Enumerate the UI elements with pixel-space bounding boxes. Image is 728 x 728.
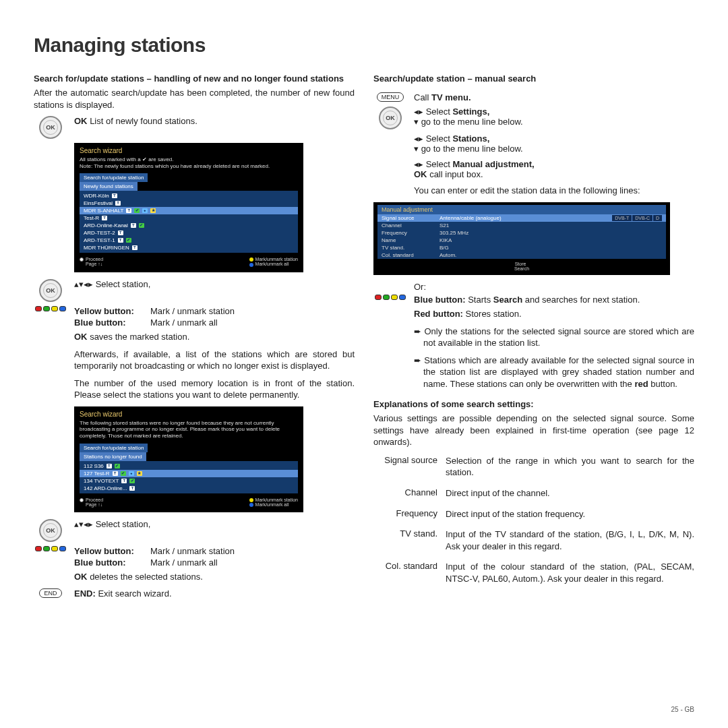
select-station-text-2: Select station, — [96, 519, 151, 529]
yellow-button-text-2: Mark / unmark station — [150, 546, 235, 556]
bullet-2b: red — [634, 379, 648, 389]
ss1-title: Search wizard — [80, 147, 298, 154]
list-item: ARD-TEST-1 — [84, 237, 115, 243]
right-heading-1: Search/update station – manual search — [373, 73, 694, 84]
ss1-tab1: Search for/update station — [80, 173, 148, 182]
left-column: Search for/update stations – handling of… — [34, 73, 355, 603]
page-title: Managing stations — [34, 34, 694, 57]
ss-key: Frequency — [382, 230, 435, 236]
yellow-button-label: Yellow button: — [74, 306, 145, 316]
yellow-button-label-2: Yellow button: — [74, 546, 145, 556]
ss2-tab1: Search for/update station — [80, 444, 148, 452]
arrow-icons: ▴▾◂▸ — [74, 279, 93, 289]
stations-bold: Stations, — [452, 133, 489, 144]
def-val: Input of the colour standard of the stat… — [446, 561, 694, 584]
ss-key: Col. standard — [382, 252, 435, 258]
def-val: Selection of the range in which you want… — [446, 455, 694, 479]
lr-arrow-icon: ◂▸ — [414, 133, 423, 144]
ss-footer-item: Proceed — [86, 257, 103, 262]
blue-text-r1: Starts — [468, 295, 493, 305]
list-item: Test-R — [84, 215, 99, 221]
lr-arrow-icon: ◂▸ — [414, 107, 423, 117]
def-val: Direct input of the channel. — [446, 487, 694, 499]
go-below-1: go to the menu line below. — [421, 117, 523, 127]
def-key: Channel — [373, 487, 437, 506]
ss-val: Antenna/cable (analogue) — [439, 215, 608, 221]
def-val: Input of the TV standard of the station,… — [446, 528, 694, 552]
ss-key: Name — [382, 237, 435, 243]
end-pill-icon: END — [39, 588, 61, 598]
ss-search: Search — [514, 266, 529, 271]
ok-del-text: deletes the selected stations. — [90, 572, 203, 582]
ss-val: S21 — [439, 222, 658, 229]
blue-text-r2: and searches for next station. — [522, 295, 640, 305]
call-text: Call — [414, 92, 431, 102]
left-heading-1: Search for/update stations – handling of… — [34, 73, 355, 84]
ok-call-label: OK — [414, 169, 427, 179]
sel-settings: Select — [426, 107, 453, 117]
end-text: Exit search wizard. — [98, 588, 171, 599]
def-key: Signal source — [373, 455, 437, 485]
sel-stations: Select — [426, 133, 453, 144]
ok-call-text: call input box. — [429, 169, 483, 179]
list-item: EinsFestival — [84, 200, 113, 206]
blue-button-label-r: Blue button: — [414, 295, 466, 305]
search-wizard-screenshot-1: Search wizard All stations marked with a… — [74, 143, 303, 272]
manual-adjustment-screenshot: Manual adjustment Signal source Antenna/… — [373, 202, 670, 275]
down-arrow-icon: ▾ — [414, 117, 419, 127]
menu-pill-icon: MENU — [377, 92, 404, 102]
ss-manual-title: Manual adjustment — [377, 205, 666, 214]
manual-bold: Manual adjustment, — [452, 159, 534, 169]
right-para-2: Various settings are possible depending … — [373, 413, 694, 448]
ss-store: Store — [515, 262, 526, 266]
list-item: ARD-Online-Kanal — [84, 222, 128, 229]
ss-key: Signal source — [382, 215, 435, 221]
list-item: 127 Test-R — [84, 471, 110, 477]
color-buttons-icon — [35, 546, 66, 551]
ss1-note: All stations marked with a ✔ are saved. … — [80, 156, 298, 169]
ss-footer-item: Mark/unmark station — [255, 257, 298, 262]
ok-del-label: OK — [74, 572, 88, 582]
blue-button-text: Mark / unmark all — [150, 317, 235, 328]
select-station-text: Select station, — [96, 279, 151, 289]
arrow-icons: ▴▾◂▸ — [74, 519, 93, 529]
ok-saves-label: OK — [74, 332, 88, 342]
bullet-arrow-icon: ➨ — [414, 355, 424, 365]
down-arrow-icon: ▾ — [414, 144, 419, 154]
ok-button-icon: OK — [39, 116, 62, 139]
red-button-label-r: Red button: — [414, 309, 463, 319]
yellow-button-text: Mark / unmark station — [150, 306, 235, 316]
ok-button-icon: OK — [39, 279, 62, 302]
ss1-tab2: Newly found stations — [80, 182, 138, 191]
def-key: TV stand. — [373, 528, 437, 559]
left-para-1: After the automatic search/update has be… — [34, 87, 355, 111]
ok-list-text: List of newly found stations. — [90, 116, 198, 126]
ok-saves-text: saves the marked station. — [90, 332, 189, 342]
ss-footer-item: Mark/unmark station — [255, 497, 298, 502]
red-text-r: Stores station. — [466, 309, 522, 319]
bullet-arrow-icon: ➨ — [414, 326, 424, 336]
left-para-3: The number of the used memory location i… — [74, 377, 355, 401]
list-item: 134 TVOTEXT — [84, 478, 119, 484]
list-item: 142 ARD-Online... — [84, 485, 127, 491]
list-item: MDR S-ANHALT — [84, 208, 123, 214]
def-key: Col. standard — [373, 561, 437, 591]
blue-button-label: Blue button: — [74, 317, 145, 328]
ss-val: 303.25 MHz — [439, 230, 658, 236]
ss-val: Autom. — [439, 252, 658, 258]
left-para-2: Afterwards, if available, a list of the … — [74, 348, 355, 372]
search-wizard-screenshot-2: Search wizard The following stored stati… — [74, 406, 303, 512]
ok-button-icon: OK — [379, 107, 402, 129]
ss-footer-item: Page ↑↓ — [86, 262, 102, 266]
page-footer: 25 - GB — [671, 706, 694, 713]
end-label: END: — [74, 588, 96, 599]
ss-val: B/G — [439, 245, 658, 251]
list-item: ARD-TEST-2 — [84, 230, 115, 236]
color-buttons-icon — [35, 306, 66, 311]
lr-arrow-icon: ◂▸ — [414, 159, 423, 169]
blue-button-text-2: Mark / unmark all — [150, 557, 235, 568]
ss2-tab2: Stations no longer found — [80, 452, 146, 461]
bullet-1: Only the stations for the selected signa… — [423, 326, 694, 348]
ss-footer-item: Proceed — [86, 497, 103, 502]
ss-footer-item: Page ↑↓ — [86, 502, 102, 507]
